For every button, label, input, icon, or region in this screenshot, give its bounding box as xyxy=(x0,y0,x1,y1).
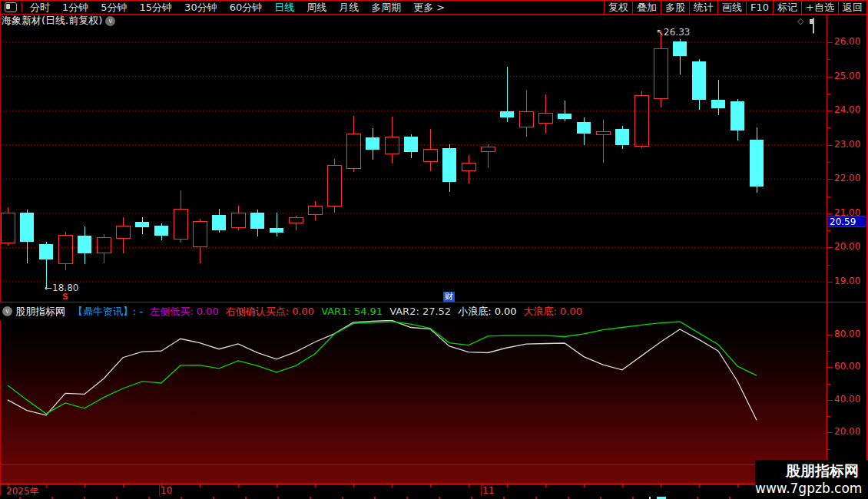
axis-tick xyxy=(827,162,830,163)
chart-title-bar: 海象新材(日线.前复权) ∨ xyxy=(2,15,115,27)
menu-item-period[interactable]: 5分钟 xyxy=(94,1,133,14)
menu-item-period[interactable]: 60分钟 xyxy=(224,1,269,14)
indicator-axis-label: 20.00 xyxy=(834,426,860,437)
x-axis-tick xyxy=(469,484,469,487)
legend-item: 右侧确认买点: 0.00 xyxy=(226,305,314,319)
month-separator xyxy=(159,485,160,496)
event-marker[interactable]: 财 xyxy=(443,292,455,302)
high-price-annotation: ↖26.33 xyxy=(656,27,690,38)
layout-toggle-icon[interactable] xyxy=(5,2,17,12)
menu-item-period[interactable]: 1分钟 xyxy=(56,1,94,14)
signal-marker: ˆS xyxy=(60,290,71,301)
axis-tick xyxy=(827,351,830,352)
axis-tick xyxy=(827,367,833,368)
axis-tick xyxy=(827,213,833,214)
menu-item-period[interactable]: 分时 xyxy=(24,1,56,14)
axis-tick xyxy=(827,384,830,385)
watermark-name: 股朋指标网 xyxy=(755,462,859,480)
indicator-source-label: 股朋指标网 xyxy=(15,305,65,319)
menu-item-tool[interactable]: 复权 xyxy=(604,1,632,14)
axis-tick xyxy=(827,42,833,43)
axis-tick xyxy=(827,145,833,146)
x-axis-tick xyxy=(699,484,700,487)
menu-item-tool[interactable]: 标记 xyxy=(773,1,801,14)
axis-tick xyxy=(827,265,830,266)
period-menu: 分时1分钟5分钟15分钟30分钟60分钟日线周线月线多周期更多 > xyxy=(1,1,451,14)
x-axis-label: 11 xyxy=(482,485,494,496)
chart-title: 海象新材(日线.前复权) xyxy=(2,14,102,28)
price-axis-label: 23.00 xyxy=(834,139,860,150)
price-axis-label: 25.00 xyxy=(834,71,860,81)
x-axis-tick xyxy=(315,484,316,487)
tool-menu: 复权叠加多股统计画线F10标记+自选返回 xyxy=(604,1,866,14)
legend-item: 小浪底: 0.00 xyxy=(458,305,516,319)
menu-item-tool[interactable]: F10 xyxy=(746,1,773,14)
x-axis-tick xyxy=(46,484,47,487)
axis-tick xyxy=(827,197,830,197)
indicator-chart[interactable] xyxy=(0,320,827,484)
x-axis-tick xyxy=(8,484,8,487)
x-axis-tick xyxy=(277,484,277,487)
axis-tick xyxy=(827,335,833,335)
app-window: 分时1分钟5分钟15分钟30分钟60分钟日线周线月线多周期更多 > 复权叠加多股… xyxy=(0,0,868,499)
x-axis-tick xyxy=(200,484,200,487)
axis-tick xyxy=(827,77,833,78)
x-axis-tick xyxy=(661,484,661,487)
menu-item-period[interactable]: 更多 > xyxy=(407,1,451,14)
menu-item-period[interactable]: 30分钟 xyxy=(178,1,224,14)
x-axis-tick xyxy=(123,484,124,487)
period-menu-bar: 分时1分钟5分钟15分钟30分钟60分钟日线周线月线多周期更多 > 复权叠加多股… xyxy=(1,1,866,15)
price-axis-label: 24.00 xyxy=(834,104,860,115)
month-separator xyxy=(481,485,482,496)
x-axis-labels: 2025年1011 xyxy=(0,484,868,497)
menu-item-period[interactable]: 多周期 xyxy=(365,1,407,14)
menu-item-tool[interactable]: +自选 xyxy=(801,1,838,14)
menu-item-tool[interactable]: 返回 xyxy=(838,1,866,14)
x-axis-tick xyxy=(392,484,393,487)
axis-tick xyxy=(827,247,833,248)
price-axis-line xyxy=(827,14,827,484)
menu-item-period[interactable]: 月线 xyxy=(333,1,365,14)
menu-item-period[interactable]: 15分钟 xyxy=(134,1,179,14)
indicator-header: ∨ 股朋指标网 【鼎牛资讯】: -左侧低买: 0.00右侧确认买点: 0.00V… xyxy=(0,302,827,320)
axis-tick xyxy=(827,432,833,433)
diamond-icon[interactable]: ◇ xyxy=(797,16,803,26)
x-axis-tick xyxy=(238,484,239,487)
watermark: 股朋指标网 www.7gpzb.com xyxy=(755,460,868,499)
x-axis-tick xyxy=(737,484,738,487)
axis-tick xyxy=(827,230,830,231)
axis-tick xyxy=(827,449,830,450)
collapse-panel-icon[interactable]: ∨ xyxy=(2,306,12,316)
x-axis-tick xyxy=(161,484,162,487)
window-border-left xyxy=(0,0,1,499)
candlestick-chart[interactable] xyxy=(0,29,827,302)
price-axis-label: 19.00 xyxy=(834,276,860,286)
legend-item: VAR1: 54.91 xyxy=(321,306,383,317)
menu-item-tool[interactable]: 画线 xyxy=(717,1,746,14)
legend-item: 左侧低买: 0.00 xyxy=(150,305,218,319)
menu-item-tool[interactable]: 叠加 xyxy=(632,1,661,14)
price-axis-label: 20.00 xyxy=(834,241,860,252)
last-price-tag: 20.59 xyxy=(827,216,866,227)
menu-item-tool[interactable]: 多股 xyxy=(661,1,689,14)
axis-tick xyxy=(827,111,833,111)
x-axis-label: 10 xyxy=(161,485,172,496)
price-axis-label: 22.00 xyxy=(834,173,860,183)
chevron-down-icon[interactable]: ∨ xyxy=(105,16,115,26)
legend-item: 【鼎牛资讯】: - xyxy=(73,305,143,319)
axis-tick xyxy=(827,179,833,180)
x-axis-tick xyxy=(507,484,508,487)
axis-tick xyxy=(827,400,833,401)
axis-tick xyxy=(827,282,833,283)
watermark-url: www.7gpzb.com xyxy=(755,480,859,497)
menu-item-period[interactable]: 周线 xyxy=(300,1,333,14)
indicator-axis-label: 80.00 xyxy=(834,329,860,339)
menu-item-period[interactable]: 日线 xyxy=(268,1,300,14)
menu-item-tool[interactable]: 统计 xyxy=(689,1,717,14)
axis-tick xyxy=(827,59,830,60)
x-axis-tick xyxy=(584,484,585,487)
axis-tick xyxy=(827,127,830,128)
axis-tick xyxy=(827,94,830,94)
axis-tick xyxy=(827,416,830,417)
price-axis-label: 26.00 xyxy=(834,36,860,47)
